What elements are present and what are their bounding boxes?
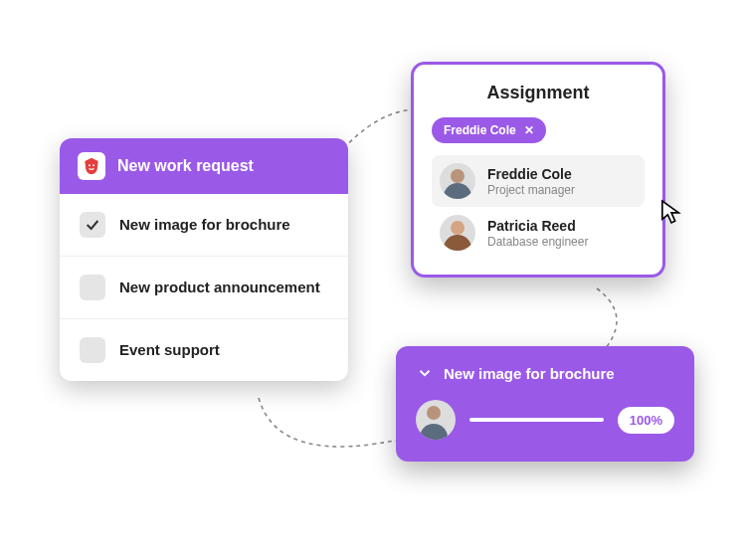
work-request-card: New work request New image for brochure …: [60, 138, 348, 381]
checkbox-unchecked[interactable]: [80, 337, 105, 363]
progress-card: New image for brochure 100%: [396, 346, 694, 462]
avatar: [416, 400, 456, 440]
work-request-header: New work request: [60, 138, 348, 194]
request-item-label: New image for brochure: [119, 215, 290, 235]
progress-bar[interactable]: [469, 418, 604, 422]
person-role: Database engineer: [487, 235, 588, 249]
assignment-title: Assignment: [432, 83, 645, 103]
person-info: Freddie Cole Project manager: [487, 166, 575, 197]
person-option[interactable]: Freddie Cole Project manager: [432, 155, 645, 207]
checkbox-checked[interactable]: [80, 212, 105, 238]
svg-point-1: [93, 164, 94, 166]
work-request-title: New work request: [117, 157, 254, 175]
person-option[interactable]: Patricia Reed Database engineer: [432, 207, 645, 259]
checkbox-unchecked[interactable]: [80, 275, 105, 300]
cursor-icon: [660, 199, 682, 229]
progress-title: New image for brochure: [444, 365, 615, 382]
assignment-card: Assignment Freddie Cole ✕ Freddie Cole P…: [411, 62, 665, 278]
progress-header[interactable]: New image for brochure: [416, 364, 674, 382]
avatar: [440, 163, 475, 199]
person-name: Patricia Reed: [487, 218, 588, 234]
avatar: [440, 215, 475, 251]
chip-remove-icon[interactable]: ✕: [524, 123, 534, 137]
app-logo-icon: [78, 152, 105, 180]
request-item[interactable]: New image for brochure: [60, 194, 348, 257]
person-name: Freddie Cole: [487, 166, 575, 182]
progress-percent: 100%: [618, 407, 674, 434]
request-item[interactable]: Event support: [60, 319, 348, 381]
selected-chip[interactable]: Freddie Cole ✕: [432, 117, 546, 143]
person-info: Patricia Reed Database engineer: [487, 218, 588, 249]
person-role: Project manager: [487, 183, 575, 197]
request-item-label: Event support: [119, 340, 220, 360]
chip-label: Freddie Cole: [444, 123, 516, 137]
request-item-label: New product announcement: [119, 278, 320, 297]
svg-point-0: [89, 164, 91, 166]
request-item[interactable]: New product announcement: [60, 257, 348, 319]
progress-row: 100%: [416, 400, 674, 440]
chevron-down-icon: [416, 364, 434, 382]
